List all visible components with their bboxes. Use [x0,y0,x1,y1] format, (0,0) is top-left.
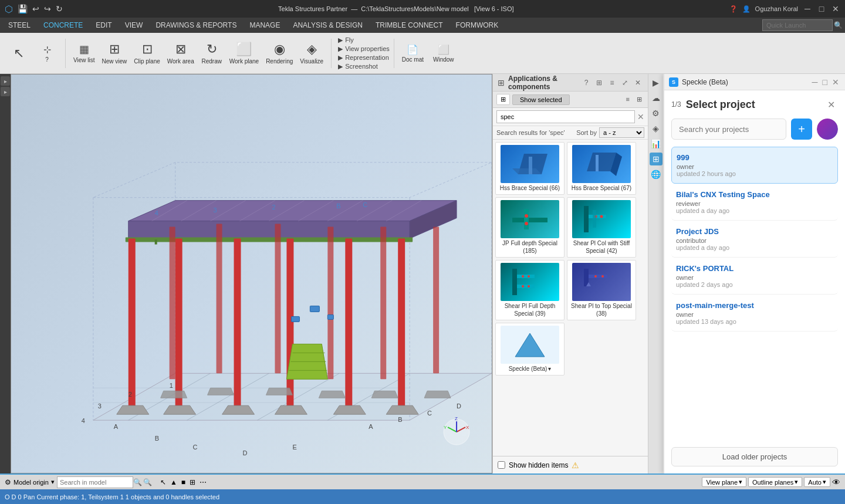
left-panel-btn-1[interactable]: ▸ [1,76,10,86]
sidebar-gear-btn[interactable]: ⚙ [650,107,663,120]
sidebar-cloud-btn[interactable]: ☁ [650,92,663,104]
visualize-btn[interactable]: ◈ Visualize [296,39,327,67]
menu-formwork[interactable]: FORMWORK [450,20,505,31]
user-avatar[interactable]: 👤 [742,5,751,13]
new-view-btn[interactable]: ⊞ New view [99,39,131,67]
speckle-maximize-btn[interactable]: □ [822,77,829,87]
component-shearf39[interactable]: Shear Pl Full Depth Special (39) [495,260,565,320]
view-list-btn[interactable]: ▦ View list [70,40,99,66]
select-tool-btn[interactable]: ⊹ ? [33,42,61,65]
sidebar-expand-btn[interactable]: ▶ [650,76,663,89]
speckle-minimize-btn[interactable]: ─ [811,77,819,87]
load-older-projects-btn[interactable]: Load older projects [671,447,838,466]
help-btn[interactable]: ❓ [729,5,738,13]
model-origin-selector[interactable]: ⚙ Model origin ▾ [5,478,55,486]
screenshot-row[interactable]: ▶ Screenshot [338,63,390,70]
tb2-grid-icon[interactable]: ⊞ [188,477,197,488]
menu-analysis[interactable]: ANALYSIS & DESIGN [287,20,368,31]
menu-steel[interactable]: STEEL [2,20,36,31]
panel-search-input[interactable] [496,110,635,123]
search-model-icon2[interactable]: 🔍 [143,478,152,486]
speckle-add-project-btn[interactable]: + [791,119,812,140]
fly-row[interactable]: ▶ Fly [338,36,390,44]
panel-expand-btn[interactable]: ⤢ [620,77,630,88]
tb2-select-icon[interactable]: ↖ [159,477,167,488]
auto-btn[interactable]: Auto ▾ [804,477,830,487]
doc-mat-btn[interactable]: 📄 Doc mat [398,42,427,65]
speckle-user-avatar[interactable] [817,119,838,140]
panel-close-btn[interactable]: ✕ [633,77,643,88]
component-speckle[interactable]: Speckle (Beta) ▾ [495,323,565,376]
panel-help-btn[interactable]: ? [581,77,592,88]
close-btn[interactable]: ✕ [831,4,840,13]
quick-launch-input[interactable] [762,19,833,31]
view-plane-btn[interactable]: View plane ▾ [702,477,746,487]
model-origin-dropdown-icon: ▾ [51,478,55,486]
undo-icon[interactable]: ↩ [32,4,39,13]
work-area-icon: ⊠ [175,42,186,57]
tb2-box-icon[interactable]: ■ [180,477,187,488]
speckle-close-btn[interactable]: ✕ [831,77,840,87]
panel-grid-view-btn[interactable]: ⊞ [594,77,604,88]
component-shear42[interactable]: Shear Pl Col with Stiff Special (42) [567,197,636,258]
view-props-row[interactable]: ▶ View properties [338,45,390,53]
search-in-model-input[interactable] [57,476,133,488]
component-hss66[interactable]: Hss Brace Special (66) [495,142,565,195]
speckle-panel-close-btn[interactable]: ✕ [824,97,838,111]
tb2-more-icon[interactable]: ⋯ [198,477,208,488]
representation-row[interactable]: ▶ Representation [338,54,390,62]
avatar-image [817,119,838,140]
refresh-icon[interactable]: ↻ [56,4,63,13]
menu-edit[interactable]: EDIT [90,20,117,31]
maximize-btn[interactable]: □ [817,4,826,13]
left-panel-btn-2[interactable]: ▸ [1,87,10,96]
speckle-dropdown-icon[interactable]: ▾ [548,365,551,373]
work-plane-btn[interactable]: ⬜ Work plane [226,39,262,67]
viewport[interactable]: A B C D E 4 3 2 1 A B C D 4 3 2 B C [11,74,492,473]
redo-icon[interactable]: ↪ [44,4,51,13]
sidebar-globe-btn[interactable]: 🌐 [650,168,663,181]
menu-manage[interactable]: MANAGE [244,20,286,31]
quick-launch-search-icon[interactable]: 🔍 [834,21,843,29]
cursor-tool-btn[interactable]: ↖ [5,43,33,63]
menu-concrete[interactable]: CONCRETE [38,20,89,31]
panel-search-clear-btn[interactable]: ✕ [637,112,644,121]
component-shear38[interactable]: Shear Pl to Top Special (38) [567,260,636,320]
sidebar-components-btn[interactable]: ⊞ [650,153,663,165]
project-item-999[interactable]: 999 owner updated 2 hours ago [671,147,838,184]
menu-drawings[interactable]: DRAWINGS & REPORTS [150,20,242,31]
panel-list-view-btn[interactable]: ≡ [607,77,617,88]
grid-view-btn[interactable]: ⊞ [634,94,644,104]
all-components-btn[interactable]: ⊞ [496,94,510,105]
project-item-jds[interactable]: Project JDS contributor updated a day ag… [671,221,838,258]
list-view-btn[interactable]: ≡ [624,94,632,104]
sidebar-cube-btn[interactable]: ◈ [650,122,663,135]
component-hss67[interactable]: Hss Brace Special (67) [567,142,636,195]
tb2-point-icon[interactable]: ▲ [169,477,178,488]
work-area-btn[interactable]: ⊠ Work area [164,39,198,67]
sidebar-chart-btn[interactable]: 📊 [650,137,663,150]
svg-text:4: 4 [155,209,158,217]
component-jp185[interactable]: JP Full depth Special (185) [495,197,565,258]
clip-plane-btn[interactable]: ⊡ Clip plane [130,39,163,67]
menu-view[interactable]: VIEW [119,20,149,31]
menu-trimble[interactable]: TRIMBLE CONNECT [370,20,449,31]
search-model-icon[interactable]: 🔍 [133,478,142,486]
show-selected-btn[interactable]: Show selected [512,94,570,105]
project-item-rick[interactable]: RICK's PORTAL owner updated 2 days ago [671,258,838,295]
window-btn[interactable]: ⬜ Window [430,42,458,65]
speckle-search-input[interactable] [671,119,786,140]
rendering-btn[interactable]: ◉ Rendering [262,39,296,67]
outline-planes-btn[interactable]: Outline planes ▾ [748,477,802,487]
redraw-btn[interactable]: ↻ Redraw [198,39,226,67]
project-item-bilal[interactable]: Bilal's CNX Testing Space reviewer updat… [671,184,838,221]
project-role-post-main: owner [676,311,833,318]
save-icon[interactable]: 💾 [18,4,28,13]
show-hidden-checkbox[interactable] [498,461,505,469]
minimize-btn[interactable]: ─ [803,4,812,13]
project-item-post-main[interactable]: post-main-merge-test owner updated 13 da… [671,295,838,332]
sort-select[interactable]: a - z z - a most used [599,127,644,138]
eye-toggle-icon[interactable]: 👁 [832,478,840,487]
svg-point-90 [525,214,528,218]
svg-rect-32 [170,227,175,380]
